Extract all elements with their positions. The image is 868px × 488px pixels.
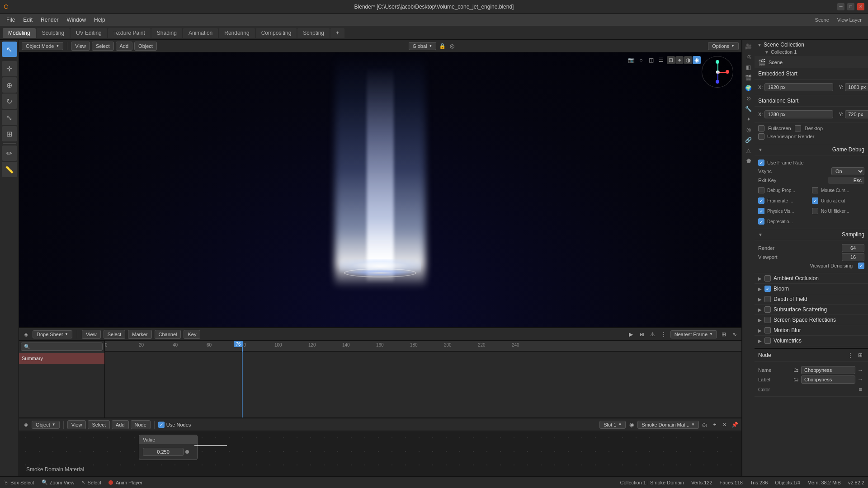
navigation-gizmo[interactable] (702, 56, 738, 92)
transform-dropdown[interactable]: Global ▼ (409, 42, 437, 50)
close-button[interactable]: ✕ (857, 3, 864, 10)
node-view-btn[interactable]: View (67, 420, 86, 429)
output-props-icon[interactable]: 🖨 (744, 52, 754, 62)
node-node-btn[interactable]: Node (131, 420, 151, 429)
debug-prop-checkbox[interactable] (758, 187, 764, 193)
tab-sculpting[interactable]: Sculpting (37, 28, 70, 38)
desktop-checkbox[interactable] (795, 125, 801, 131)
menu-help[interactable]: Help (90, 16, 109, 24)
sss-checkbox[interactable] (764, 306, 771, 313)
node-props-menu-icon[interactable]: ⋮ (846, 351, 854, 359)
material-dropdown[interactable]: Smoke Domain Mat... ▼ (637, 421, 699, 429)
fullscreen-checkbox[interactable] (758, 125, 764, 131)
dope-filter-icon[interactable]: ▶ (627, 330, 635, 338)
solid-btn[interactable]: ● (675, 56, 684, 64)
node-output-socket[interactable] (185, 450, 189, 454)
tool-move[interactable]: ⊕ (2, 77, 17, 93)
node-label-folder-icon[interactable]: 🗂 (792, 375, 800, 384)
deprecatio-checkbox[interactable] (758, 218, 764, 225)
overlay-icon[interactable]: ◫ (647, 56, 655, 64)
use-nodes-checkbox[interactable] (158, 422, 165, 428)
volumetrics-section[interactable]: Volumetrics (755, 336, 868, 346)
dope-normalize-icon[interactable]: ∿ (731, 330, 739, 338)
tab-add[interactable]: + (330, 28, 344, 38)
use-frame-rate-checkbox[interactable] (758, 160, 764, 166)
options-dropdown[interactable]: Options ▼ (708, 42, 739, 50)
mouse-curs-checkbox[interactable] (812, 187, 818, 193)
exit-key-value[interactable]: Esc (828, 177, 864, 184)
dope-marker-btn[interactable]: Marker (128, 330, 151, 339)
render-count-value[interactable]: 64 (842, 244, 864, 252)
node-value-input[interactable]: 0.250 (143, 448, 184, 456)
proportional-icon[interactable]: ◎ (448, 42, 456, 50)
bloom-section[interactable]: Bloom (755, 284, 868, 294)
material-sphere-icon[interactable]: ◉ (627, 421, 636, 429)
bloom-checkbox[interactable] (764, 286, 771, 292)
shading-icon[interactable]: ○ (637, 56, 645, 64)
no-ui-flicker-checkbox[interactable] (812, 208, 818, 214)
view-btn[interactable]: View (71, 42, 90, 51)
tab-animation[interactable]: Animation (183, 28, 218, 38)
node-select-btn[interactable]: Select (88, 420, 110, 429)
material-delete-icon[interactable]: ✕ (721, 421, 729, 429)
tab-shading[interactable]: Shading (151, 28, 182, 38)
camera-icon[interactable]: 📷 (627, 56, 635, 64)
ao-checkbox[interactable] (764, 275, 771, 282)
node-name-folder-icon[interactable]: 🗂 (792, 366, 800, 374)
material-props-icon[interactable]: ⬟ (744, 156, 754, 166)
node-name-arrow-icon[interactable]: → (856, 366, 864, 374)
dope-editor-icon[interactable]: ◈ (22, 330, 30, 338)
menu-edit[interactable]: Edit (19, 16, 36, 24)
view-layer-props-icon[interactable]: ◧ (744, 62, 754, 72)
physics-vis-checkbox[interactable] (758, 208, 764, 214)
dope-view-btn[interactable]: View (82, 330, 101, 339)
tab-texture-paint[interactable]: Texture Paint (108, 28, 151, 38)
viewport-denoising-checkbox[interactable] (858, 263, 864, 269)
scene-props-icon[interactable]: 🎬 (744, 73, 754, 83)
data-props-icon[interactable]: △ (744, 145, 754, 155)
wireframe-btn[interactable]: ⊡ (667, 56, 675, 64)
maximize-button[interactable]: □ (847, 3, 854, 10)
tool-rotate[interactable]: ↻ (2, 94, 17, 109)
ssr-checkbox[interactable] (764, 317, 771, 323)
tool-scale[interactable]: ⤡ (2, 110, 17, 125)
material-btn[interactable]: ◑ (684, 56, 692, 64)
vsync-dropdown[interactable]: On Off Adaptive (831, 167, 864, 175)
node-label-input[interactable] (801, 375, 855, 384)
object-props-icon[interactable]: ⊙ (744, 94, 754, 103)
dope-warning-icon[interactable]: ⚠ (649, 330, 657, 338)
dope-funnel-icon[interactable]: ⋮ (660, 330, 668, 338)
standalone-start-section[interactable]: Standalone Start (755, 95, 868, 107)
standalone-x-input[interactable] (764, 110, 833, 118)
menu-render[interactable]: Render (37, 16, 62, 24)
tab-modeling[interactable]: Modeling (3, 28, 36, 38)
viewport-render-checkbox[interactable] (758, 133, 764, 140)
tab-uv-editing[interactable]: UV Editing (71, 28, 107, 38)
snap-icon[interactable]: 🔒 (438, 42, 446, 50)
node-type-dropdown[interactable]: Object ▼ (32, 421, 60, 429)
tab-scripting[interactable]: Scripting (297, 28, 330, 38)
viewport-count-value[interactable]: 16 (842, 253, 864, 261)
tab-compositing[interactable]: Compositing (256, 28, 297, 38)
tool-transform[interactable]: ⊞ (2, 126, 17, 141)
dope-summary-item[interactable]: Summary (19, 353, 104, 364)
dope-key-btn[interactable]: Key (184, 330, 200, 339)
tool-annotate[interactable]: ✏ (2, 145, 17, 161)
rendered-btn[interactable]: ◉ (693, 56, 701, 64)
sampling-section[interactable]: Sampling (755, 229, 868, 240)
mode-dropdown[interactable]: Object Mode ▼ (22, 42, 63, 50)
nearest-frame-dropdown[interactable]: Nearest Frame ▼ (670, 330, 717, 338)
select-btn[interactable]: Select (92, 42, 114, 51)
collection1-arrow[interactable] (764, 50, 769, 55)
physics-props-icon[interactable]: ◎ (744, 125, 754, 135)
sss-section[interactable]: Subsurface Scattering (755, 305, 868, 315)
menu-window[interactable]: Window (63, 16, 90, 24)
scene-collection-arrow[interactable] (757, 42, 762, 47)
xray-icon[interactable]: ☰ (657, 56, 665, 64)
ambient-occlusion-section[interactable]: Ambient Occlusion (755, 273, 868, 284)
object-btn[interactable]: Object (134, 42, 157, 51)
node-add-btn[interactable]: Add (112, 420, 129, 429)
node-name-input[interactable] (801, 366, 855, 374)
dof-section[interactable]: Depth of Field (755, 294, 868, 305)
dope-select-btn[interactable]: Select (104, 330, 126, 339)
